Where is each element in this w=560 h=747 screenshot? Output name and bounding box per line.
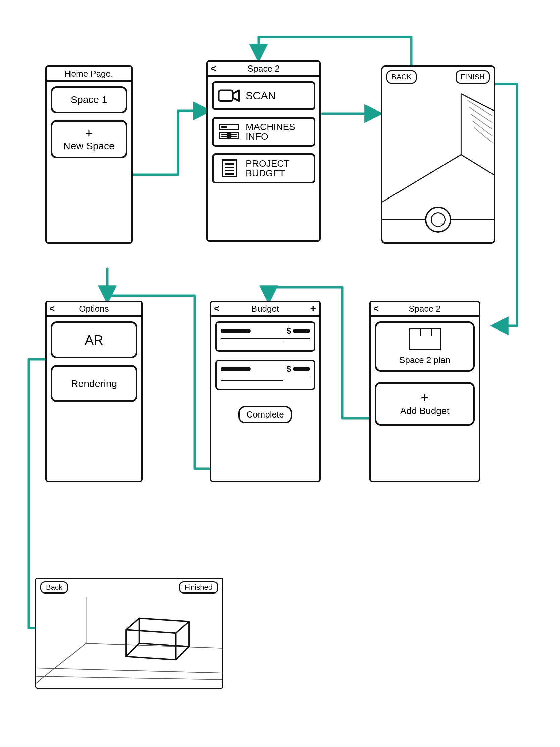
back-icon[interactable]: < [211, 63, 216, 74]
add-budget-label: Add Budget [400, 406, 449, 416]
complete-button[interactable]: Complete [238, 406, 292, 423]
document-icon [218, 159, 241, 178]
home-title-text: Home Page. [65, 69, 113, 79]
back-icon[interactable]: < [373, 303, 379, 314]
item-price-placeholder [293, 367, 310, 371]
budget-item-1[interactable]: $ [215, 321, 315, 352]
screen-space-plan: < Space 2 Space 2 plan + Add Budget [369, 301, 480, 482]
options-titlebar: < Options [47, 302, 141, 317]
svg-line-16 [461, 155, 494, 175]
space1-card[interactable]: Space 1 [51, 86, 127, 113]
item-name-placeholder [220, 367, 251, 371]
machines-label: MACHINES INFO [246, 122, 295, 142]
camera-icon [218, 86, 241, 105]
space-menu-titlebar: < Space 2 [208, 62, 319, 77]
space-plan-label: Space 2 plan [399, 355, 450, 365]
project-budget-label: PROJECT BUDGET [246, 158, 290, 178]
budget-titlebar: < Budget + [211, 302, 319, 317]
screen-budget: < Budget + $ $ [210, 301, 321, 482]
svg-line-19 [469, 107, 492, 122]
rendered-room-sketch [36, 596, 222, 684]
item-price-placeholder [293, 329, 310, 333]
svg-line-17 [461, 94, 494, 110]
scan-button[interactable]: SCAN [212, 81, 315, 110]
screen-space-menu: < Space 2 SCAN MACHINES INFO [207, 60, 321, 242]
machines-icon [218, 122, 241, 141]
space-plan-title: Space 2 [408, 304, 441, 314]
render-finished-button[interactable]: Finished [179, 582, 218, 593]
plus-icon: + [421, 391, 428, 405]
space-plan-titlebar: < Space 2 [371, 302, 479, 317]
screen-options: < Options AR Rendering [45, 301, 143, 482]
screen-home: Home Page. Space 1 + New Space [45, 66, 133, 243]
scan-label: SCAN [246, 90, 276, 102]
machines-info-button[interactable]: MACHINES INFO [212, 117, 315, 147]
ar-button[interactable]: AR [51, 321, 137, 358]
complete-label: Complete [246, 409, 284, 419]
shutter-row [382, 207, 494, 233]
budget-item-2[interactable]: $ [215, 360, 315, 390]
scan-finish-button[interactable]: FINISH [456, 70, 490, 84]
space1-label: Space 1 [71, 94, 107, 105]
screen-scan: BACK FINISH [381, 66, 495, 243]
space-plan-card[interactable]: Space 2 plan [375, 321, 475, 372]
scan-back-button[interactable]: BACK [386, 70, 417, 84]
currency-symbol: $ [287, 364, 291, 374]
back-icon[interactable]: < [214, 303, 219, 314]
shutter-button[interactable] [425, 207, 451, 233]
svg-rect-0 [218, 91, 233, 101]
plus-icon: + [85, 126, 93, 140]
new-space-label: New Space [63, 140, 114, 152]
home-title: Home Page. [47, 67, 131, 82]
back-icon[interactable]: < [49, 303, 55, 314]
svg-rect-6 [230, 132, 239, 138]
new-space-card[interactable]: + New Space [51, 120, 127, 158]
item-name-placeholder [220, 329, 251, 333]
add-budget-card[interactable]: + Add Budget [375, 382, 475, 426]
budget-title: Budget [251, 304, 279, 314]
rendering-label: Rendering [71, 378, 117, 389]
screen-render-view: Back Finished [35, 578, 223, 689]
ar-label: AR [85, 333, 103, 347]
space-menu-title: Space 2 [247, 63, 279, 74]
svg-line-14 [382, 155, 461, 202]
add-budget-item-icon[interactable]: + [310, 303, 316, 314]
floorplan-icon [408, 328, 441, 350]
svg-rect-3 [219, 132, 228, 138]
project-budget-button[interactable]: PROJECT BUDGET [212, 154, 315, 183]
svg-line-27 [36, 676, 222, 680]
svg-line-26 [36, 668, 222, 673]
svg-line-22 [474, 128, 492, 143]
currency-symbol: $ [287, 326, 291, 336]
render-back-button[interactable]: Back [40, 582, 68, 593]
rendering-button[interactable]: Rendering [51, 365, 137, 402]
room-perspective-sketch [382, 87, 494, 209]
options-title: Options [79, 304, 109, 314]
